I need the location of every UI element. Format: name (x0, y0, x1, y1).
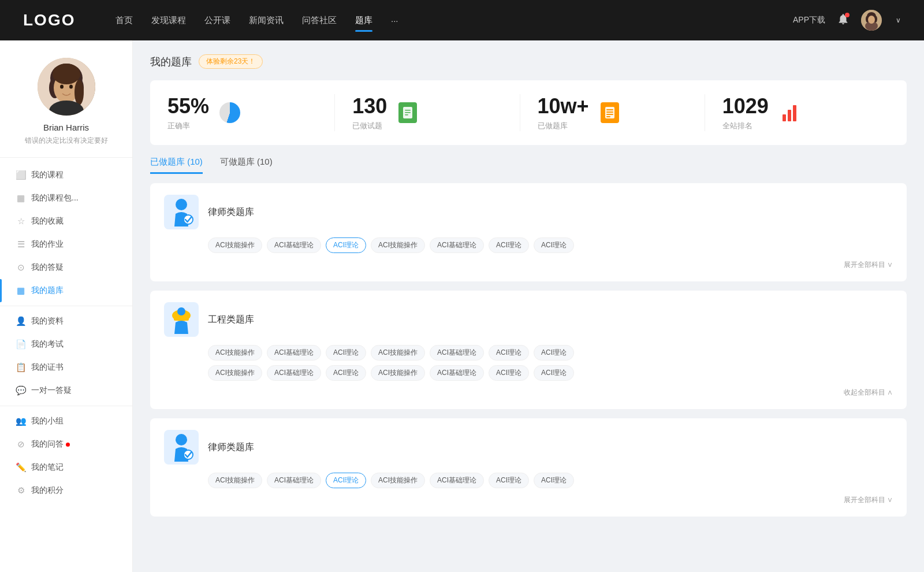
bar-2 (788, 110, 791, 121)
svg-rect-25 (606, 116, 610, 117)
svg-rect-24 (606, 114, 613, 115)
page-header: 我的题库 体验剩余23天！ (150, 54, 907, 69)
tag-lawyer2-6[interactable]: ACI理论 (534, 473, 574, 488)
menu-divider-2 (0, 406, 132, 406)
packages-icon: ▦ (16, 194, 25, 203)
tag-eng-8[interactable]: ACI基础理论 (267, 365, 321, 381)
tag-eng-11[interactable]: ACI基础理论 (430, 365, 484, 381)
qbank-footer-engineering: 收起全部科目 ∧ (164, 387, 893, 398)
tag-eng-12[interactable]: ACI理论 (489, 365, 529, 381)
tag-lawyer2-2[interactable]: ACI理论 (326, 473, 366, 488)
sidebar-label-my-packages: 我的课程包... (31, 193, 79, 203)
nav-qbank[interactable]: 题库 (355, 12, 372, 29)
sidebar-item-my-notes[interactable]: ✏️ 我的笔记 (0, 456, 132, 479)
stat-done-banks-value: 10w+ (538, 94, 589, 118)
nav-news[interactable]: 新闻资讯 (249, 12, 284, 29)
qbank-tags-lawyer-2: ACI技能操作 ACI基础理论 ACI理论 ACI技能操作 ACI基础理论 AC… (208, 473, 893, 488)
bar-3 (793, 105, 796, 121)
tab-available[interactable]: 可做题库 (10) (220, 157, 273, 174)
profile-avatar-image (38, 58, 95, 116)
profile-avatar[interactable] (38, 58, 95, 116)
nav-home[interactable]: 首页 (116, 12, 133, 29)
profile-section: Brian Harris 错误的决定比没有决定要好 (0, 58, 132, 158)
sidebar-item-my-points[interactable]: ⚙ 我的积分 (0, 479, 132, 502)
sidebar-item-my-questions[interactable]: ⊙ 我的答疑 (0, 256, 132, 279)
tag-eng-2[interactable]: ACI理论 (326, 345, 366, 361)
doc-svg (402, 106, 413, 119)
tab-done[interactable]: 已做题库 (10) (150, 157, 203, 174)
sidebar-label-my-notes: 我的笔记 (31, 462, 64, 473)
tag-lawyer1-3[interactable]: ACI技能操作 (371, 237, 425, 253)
qbank-title-lawyer-2: 律师类题库 (208, 441, 254, 454)
qbank-card-lawyer-1: 律师类题库 ACI技能操作 ACI基础理论 ACI理论 ACI技能操作 ACI基… (150, 183, 907, 281)
tag-lawyer1-6[interactable]: ACI理论 (534, 237, 574, 253)
tag-lawyer2-1[interactable]: ACI基础理论 (267, 473, 321, 488)
sidebar-item-my-courses[interactable]: ⬜ 我的课程 (0, 164, 132, 187)
tag-lawyer1-1[interactable]: ACI基础理论 (267, 237, 321, 253)
homework-icon: ☰ (16, 240, 25, 249)
nav-more[interactable]: ··· (391, 12, 398, 29)
tag-lawyer1-5[interactable]: ACI理论 (489, 237, 529, 253)
cert-icon: 📋 (16, 363, 25, 372)
stat-done-questions-label: 已做试题 (352, 121, 387, 131)
sidebar-label-my-courses: 我的课程 (31, 170, 64, 180)
qbank-icon: ▦ (16, 286, 25, 295)
user-menu-chevron[interactable]: ∨ (896, 16, 901, 24)
tag-eng-3[interactable]: ACI技能操作 (371, 345, 425, 361)
tag-eng-4[interactable]: ACI基础理论 (430, 345, 484, 361)
profile-name: Brian Harris (43, 122, 89, 132)
sidebar-item-my-answers[interactable]: ⊘ 我的问答 (0, 433, 132, 456)
svg-rect-29 (174, 318, 189, 321)
sidebar-item-my-homework[interactable]: ☰ 我的作业 (0, 233, 132, 256)
list-svg (604, 106, 616, 119)
qbank-footer-lawyer-1: 展开全部科目 ∨ (164, 259, 893, 270)
svg-point-14 (60, 85, 64, 89)
tag-lawyer2-4[interactable]: ACI基础理论 (430, 473, 484, 488)
stat-done-banks-text: 10w+ 已做题库 (538, 94, 589, 131)
tag-lawyer2-0[interactable]: ACI技能操作 (208, 473, 262, 488)
points-icon: ⚙ (16, 486, 25, 495)
sidebar-label-my-qbank: 我的题库 (31, 285, 64, 296)
sidebar-item-my-info[interactable]: 👤 我的资料 (0, 310, 132, 333)
tag-eng-1[interactable]: ACI基础理论 (267, 345, 321, 361)
svg-rect-18 (405, 110, 411, 111)
tag-lawyer2-3[interactable]: ACI技能操作 (371, 473, 425, 488)
nav-discover[interactable]: 发现课程 (151, 12, 186, 29)
tag-lawyer1-2[interactable]: ACI理论 (326, 237, 366, 253)
expand-link-lawyer-1[interactable]: 展开全部科目 ∨ (844, 261, 893, 269)
app-download-button[interactable]: APP下载 (793, 15, 825, 25)
sidebar-item-one-on-one[interactable]: 💬 一对一答疑 (0, 379, 132, 402)
sidebar-item-my-exam[interactable]: 📄 我的考试 (0, 333, 132, 356)
sidebar-item-my-favorites[interactable]: ☆ 我的收藏 (0, 210, 132, 233)
sidebar-item-my-group[interactable]: 👥 我的小组 (0, 410, 132, 433)
qbank-card-lawyer-2: 律师类题库 ACI技能操作 ACI基础理论 ACI理论 ACI技能操作 ACI基… (150, 418, 907, 517)
nav-public-course[interactable]: 公开课 (204, 12, 230, 29)
tag-eng-13[interactable]: ACI理论 (534, 365, 574, 381)
tag-lawyer1-4[interactable]: ACI基础理论 (430, 237, 484, 253)
qbank-card-engineering: 工程类题库 ACI技能操作 ACI基础理论 ACI理论 ACI技能操作 ACI基… (150, 291, 907, 409)
nav-right-actions: APP下载 ∨ (793, 10, 901, 31)
user-avatar[interactable] (861, 10, 882, 31)
stat-rank-label: 全站排名 (722, 121, 769, 131)
tag-eng-0[interactable]: ACI技能操作 (208, 345, 262, 361)
tag-eng-6[interactable]: ACI理论 (534, 345, 574, 361)
tag-lawyer2-5[interactable]: ACI理论 (489, 473, 529, 488)
sidebar-item-my-qbank[interactable]: ▦ 我的题库 (0, 279, 132, 302)
notification-bell[interactable] (837, 13, 850, 28)
expand-link-lawyer-2[interactable]: 展开全部科目 ∨ (844, 496, 893, 504)
logo[interactable]: LOGO (23, 11, 81, 29)
sidebar-item-my-packages[interactable]: ▦ 我的课程包... (0, 187, 132, 210)
list-icon (601, 102, 619, 123)
tag-lawyer1-0[interactable]: ACI技能操作 (208, 237, 262, 253)
tag-eng-9[interactable]: ACI理论 (326, 365, 366, 381)
sidebar-menu: ⬜ 我的课程 ▦ 我的课程包... ☆ 我的收藏 ☰ 我的作业 ⊙ 我的答疑 ▦… (0, 158, 132, 508)
collapse-link-engineering[interactable]: 收起全部科目 ∧ (844, 388, 893, 396)
tag-eng-5[interactable]: ACI理论 (489, 345, 529, 361)
tag-eng-7[interactable]: ACI技能操作 (208, 365, 262, 381)
tag-eng-10[interactable]: ACI技能操作 (371, 365, 425, 381)
qbank-header-lawyer-1: 律师类题库 (164, 195, 893, 229)
top-navigation: LOGO 首页 发现课程 公开课 新闻资讯 问答社区 题库 ··· APP下载 (0, 0, 924, 40)
nav-qa[interactable]: 问答社区 (302, 12, 337, 29)
sidebar-item-my-cert[interactable]: 📋 我的证书 (0, 356, 132, 379)
pie-chart-icon (219, 102, 240, 123)
